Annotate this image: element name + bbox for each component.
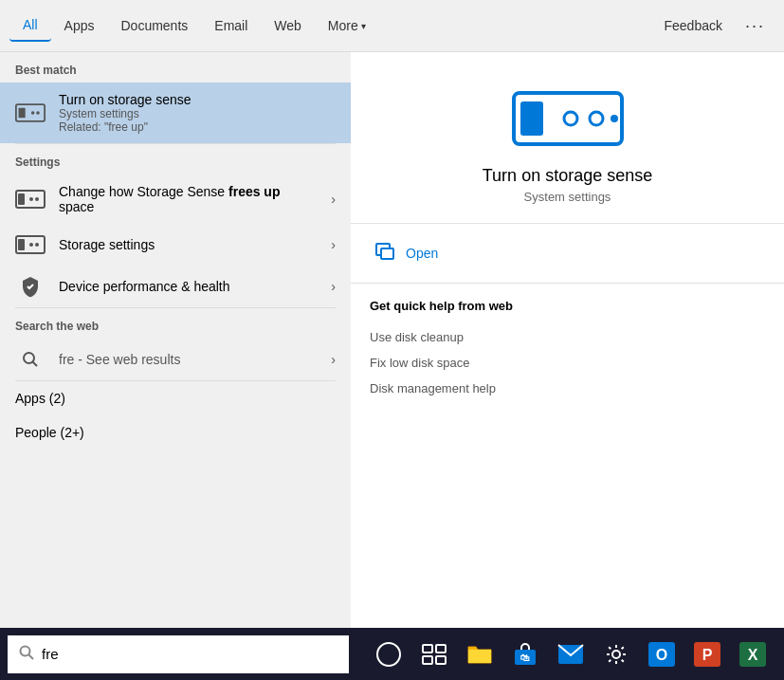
svg-point-19 [611, 115, 618, 122]
svg-line-24 [28, 654, 33, 659]
left-panel: Best match Turn on storage sense System … [0, 52, 351, 628]
chevron-icon-2: › [331, 237, 336, 252]
right-panel: Turn on storage sense System settings Op… [351, 52, 784, 628]
detail-subtitle: System settings [524, 190, 611, 204]
search-input-text: fre [42, 646, 337, 662]
web-help-title: Get quick help from web [370, 299, 765, 313]
web-search-item[interactable]: fre - See web results › [0, 339, 351, 380]
settings-item-text-2: Storage settings [59, 237, 318, 252]
svg-rect-6 [18, 193, 25, 205]
people-count[interactable]: People (2+) [0, 415, 351, 450]
svg-rect-27 [436, 645, 446, 652]
best-match-related: Related: "free up" [59, 120, 336, 134]
svg-point-17 [564, 112, 577, 125]
tab-all[interactable]: All [9, 9, 51, 42]
svg-point-12 [35, 243, 39, 247]
settings-item-text-1: Change how Storage Sense frees up space [59, 184, 318, 214]
best-match-item[interactable]: Turn on storage sense System settings Re… [0, 83, 351, 143]
storage-sense-icon [15, 101, 46, 124]
top-nav: All Apps Documents Email Web More ▾ Feed… [0, 0, 784, 52]
taskbar: fre [0, 628, 784, 680]
tab-web[interactable]: Web [261, 10, 315, 41]
settings-item-text-3: Device performance & health [59, 279, 318, 294]
svg-point-7 [29, 197, 33, 201]
svg-point-8 [35, 197, 39, 201]
svg-rect-26 [423, 645, 432, 652]
search-web-label: Search the web [0, 308, 351, 339]
detail-icon-large [511, 90, 625, 151]
best-match-subtitle: System settings [59, 107, 336, 120]
web-suffix: - See web results [78, 352, 180, 367]
web-help-section: Get quick help from web Use disk cleanup… [351, 284, 784, 416]
chevron-icon-4: › [331, 352, 336, 367]
taskbar-icons: 🛍 O P [356, 634, 784, 675]
chevron-icon-1: › [331, 192, 336, 207]
settings-icon[interactable] [595, 634, 637, 675]
tab-email[interactable]: Email [201, 10, 261, 41]
settings-item-storage-sense-frees[interactable]: Change how Storage Sense frees up space … [0, 175, 351, 224]
more-label: More [328, 18, 358, 33]
svg-rect-10 [18, 239, 25, 250]
svg-rect-1 [19, 108, 26, 119]
web-query: fre [59, 352, 74, 367]
svg-point-11 [29, 243, 33, 247]
svg-point-13 [24, 353, 34, 363]
svg-text:X: X [747, 647, 757, 663]
feedback-button[interactable]: Feedback [651, 10, 736, 41]
svg-point-33 [612, 651, 620, 658]
detail-actions: Open [351, 224, 784, 284]
svg-rect-21 [381, 248, 393, 259]
svg-point-25 [377, 643, 400, 666]
cortana-icon[interactable] [368, 634, 410, 675]
svg-rect-28 [423, 656, 432, 664]
excel-icon[interactable]: X [732, 634, 774, 675]
svg-text:P: P [702, 647, 712, 663]
more-options-button[interactable]: ··· [736, 12, 775, 40]
best-match-title: Turn on storage sense [59, 92, 336, 107]
svg-rect-16 [520, 101, 543, 136]
svg-point-3 [36, 111, 40, 115]
open-action[interactable]: Open [370, 233, 765, 273]
apps-count[interactable]: Apps (2) [0, 381, 351, 415]
tab-apps[interactable]: Apps [51, 10, 108, 41]
chevron-icon-3: › [331, 279, 336, 294]
best-match-text: Turn on storage sense System settings Re… [59, 92, 336, 134]
tab-documents[interactable]: Documents [107, 10, 201, 41]
web-link-1[interactable]: Use disk cleanup [370, 324, 765, 350]
web-link-2[interactable]: Fix low disk space [370, 350, 765, 376]
svg-point-2 [31, 111, 35, 115]
mail-icon[interactable] [550, 634, 592, 675]
store-icon[interactable]: 🛍 [504, 634, 546, 675]
powerpoint-icon[interactable]: P [686, 634, 728, 675]
settings-item-device-health[interactable]: Device performance & health › [0, 266, 351, 307]
storage-icon-2 [15, 233, 46, 256]
open-label: Open [406, 246, 438, 261]
best-match-label: Best match [0, 52, 351, 83]
search-box[interactable]: fre [8, 635, 349, 673]
main-container: Best match Turn on storage sense System … [0, 52, 784, 628]
shield-icon [15, 275, 46, 298]
search-web-icon [15, 348, 46, 371]
outlook-icon[interactable]: O [641, 634, 683, 675]
search-icon [19, 645, 34, 664]
svg-text:O: O [655, 647, 666, 663]
storage-icon-1 [15, 188, 46, 211]
chevron-down-icon: ▾ [361, 21, 366, 31]
web-link-3[interactable]: Disk management help [370, 376, 765, 401]
more-dropdown[interactable]: More ▾ [315, 10, 379, 41]
svg-text:🛍: 🛍 [520, 652, 530, 663]
svg-rect-29 [436, 656, 446, 664]
web-item-text: fre - See web results [59, 352, 318, 367]
file-explorer-icon[interactable] [459, 634, 501, 675]
svg-line-14 [33, 362, 38, 367]
detail-hero: Turn on storage sense System settings [351, 52, 784, 224]
detail-title: Turn on storage sense [483, 166, 652, 186]
settings-item-storage[interactable]: Storage settings › [0, 224, 351, 266]
svg-point-18 [590, 112, 603, 125]
task-view-icon[interactable] [413, 634, 455, 675]
settings-label: Settings [0, 144, 351, 175]
open-icon [375, 243, 394, 264]
